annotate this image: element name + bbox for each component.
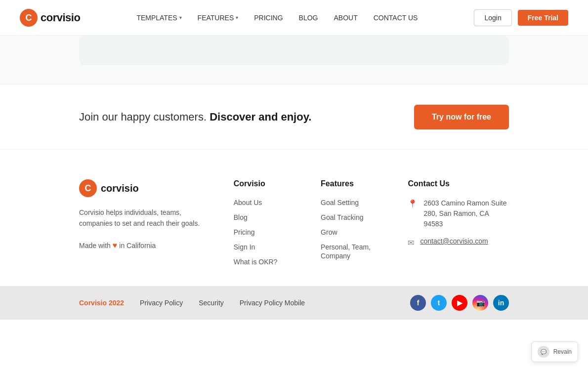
footer-grid: C corvisio Corvisio helps individuals, t…: [79, 179, 509, 266]
chevron-down-icon: ▾: [236, 15, 238, 20]
free-trial-button[interactable]: Free Trial: [518, 10, 568, 26]
contact-email-item: ✉ contact@corvisio.com: [408, 237, 509, 248]
email-icon: ✉: [408, 238, 414, 248]
footer-link-grow[interactable]: Grow: [321, 228, 337, 236]
hero-card-section: [0, 36, 588, 85]
list-item: Grow: [321, 228, 388, 237]
list-item: Sign In: [234, 243, 301, 251]
list-item: Pricing: [234, 228, 301, 237]
logo-icon: C: [20, 9, 38, 27]
chevron-down-icon: ▾: [179, 15, 182, 20]
footer-bottom-links: Corvisio 2022 Privacy Policy Security Pr…: [79, 299, 305, 307]
cta-text: Join our happy customers. Discover and e…: [79, 111, 311, 124]
logo-text: corvisio: [41, 11, 80, 24]
cta-banner: Join our happy customers. Discover and e…: [0, 85, 588, 149]
list-item: About Us: [234, 198, 301, 207]
nav-logo[interactable]: C corvisio: [20, 9, 80, 27]
svg-text:C: C: [85, 183, 91, 193]
footer-link-signin[interactable]: Sign In: [234, 243, 255, 251]
footer-features-title: Features: [321, 179, 388, 188]
footer-logo-text: corvisio: [101, 183, 139, 194]
footer-features-col: Features Goal Setting Goal Tracking Grow…: [321, 179, 388, 266]
heart-icon: ♥: [113, 241, 118, 250]
footer-link-goal-tracking[interactable]: Goal Tracking: [321, 213, 363, 221]
list-item: What is OKR?: [234, 257, 301, 266]
footer-link-okr[interactable]: What is OKR?: [234, 258, 278, 266]
linkedin-icon[interactable]: in: [493, 295, 509, 311]
footer-brand-col: C corvisio Corvisio helps individuals, t…: [79, 179, 214, 266]
nav-actions: Login Free Trial: [474, 9, 568, 26]
footer-made-with: Made with ♥ in California: [79, 241, 214, 250]
footer-features-links: Goal Setting Goal Tracking Grow Personal…: [321, 198, 388, 260]
nav-blog[interactable]: BLOG: [299, 14, 318, 22]
twitter-icon[interactable]: t: [431, 295, 447, 311]
footer-link-blog[interactable]: Blog: [234, 213, 248, 221]
footer-logo: C corvisio: [79, 179, 214, 197]
nav-contact[interactable]: CONTACT US: [374, 14, 418, 22]
footer: C corvisio Corvisio helps individuals, t…: [0, 149, 588, 286]
footer-link-pricing[interactable]: Pricing: [234, 228, 255, 236]
nav-about[interactable]: ABOUT: [334, 14, 357, 22]
list-item: Blog: [234, 213, 301, 222]
footer-privacy-mobile[interactable]: Privacy Policy Mobile: [240, 299, 305, 307]
footer-link-goal-setting[interactable]: Goal Setting: [321, 199, 359, 207]
footer-corvisio-title: Corvisio: [234, 179, 301, 188]
social-icons: f t ▶ 📷 in: [410, 295, 509, 311]
try-now-button[interactable]: Try now for free: [414, 105, 509, 129]
footer-logo-icon: C: [79, 179, 97, 197]
nav-features[interactable]: FEATURES ▾: [198, 14, 239, 22]
footer-security[interactable]: Security: [199, 299, 224, 307]
footer-bottom: Corvisio 2022 Privacy Policy Security Pr…: [0, 286, 588, 320]
list-item: Goal Tracking: [321, 213, 388, 222]
footer-privacy-policy[interactable]: Privacy Policy: [140, 299, 183, 307]
navbar: C corvisio TEMPLATES ▾ FEATURES ▾ PRICIN…: [0, 0, 588, 36]
facebook-icon[interactable]: f: [410, 295, 426, 311]
nav-templates[interactable]: TEMPLATES ▾: [136, 14, 181, 22]
footer-description: Corvisio helps individuals, teams, compa…: [79, 207, 214, 229]
list-item: Personal, Team, Company: [321, 243, 388, 260]
footer-brand-year: Corvisio 2022: [79, 299, 124, 307]
contact-email-link[interactable]: contact@corvisio.com: [420, 237, 488, 245]
footer-corvisio-col: Corvisio About Us Blog Pricing Sign In W…: [234, 179, 301, 266]
footer-contact-col: Contact Us 📍 2603 Camino Ramon Suite 280…: [408, 179, 509, 266]
nav-links: TEMPLATES ▾ FEATURES ▾ PRICING BLOG ABOU…: [136, 14, 418, 22]
youtube-icon[interactable]: ▶: [452, 295, 467, 311]
footer-corvisio-links: About Us Blog Pricing Sign In What is OK…: [234, 198, 301, 266]
svg-text:C: C: [26, 13, 32, 23]
login-button[interactable]: Login: [474, 9, 511, 26]
nav-pricing[interactable]: PRICING: [254, 14, 283, 22]
list-item: Goal Setting: [321, 198, 388, 207]
footer-link-personal-team[interactable]: Personal, Team, Company: [321, 243, 371, 260]
hero-card: [79, 36, 509, 65]
footer-contact-title: Contact Us: [408, 179, 509, 188]
location-icon: 📍: [408, 199, 418, 208]
instagram-icon[interactable]: 📷: [472, 295, 488, 311]
footer-link-about[interactable]: About Us: [234, 199, 262, 207]
contact-address: 2603 Camino Ramon Suite 280, San Ramon, …: [423, 198, 509, 229]
contact-address-item: 📍 2603 Camino Ramon Suite 280, San Ramon…: [408, 198, 509, 229]
